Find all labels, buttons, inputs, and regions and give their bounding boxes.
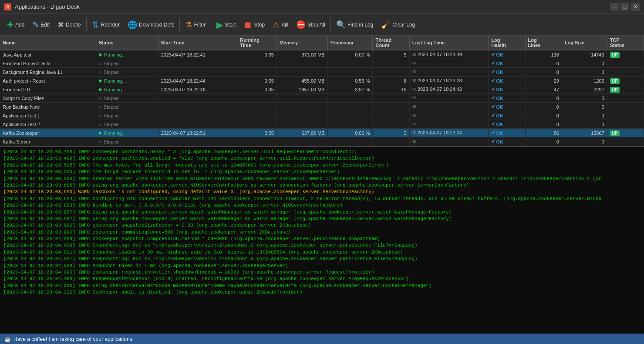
cell-log-size: 0 — [562, 68, 607, 77]
table-row[interactable]: Frontend Project Delta○ Stoped✉✔ OK00 — [0, 59, 644, 68]
log-line: [2023-04-07 18:23:03,987] INFO Using org… — [3, 209, 641, 216]
cell-processor: 3,97 % — [327, 85, 373, 94]
cell-processor: 0,00 % — [327, 50, 373, 59]
cell-last-log-time: ✉ — [409, 120, 489, 129]
start-icon: ▶ — [216, 20, 223, 29]
add-label: Add — [15, 22, 24, 28]
cell-log-lines: 47 — [525, 85, 562, 94]
col-header-processor[interactable]: Processor — [327, 36, 373, 50]
col-header-tcp[interactable]: TCPStatus — [607, 36, 644, 50]
tcp-up-badge: UP — [610, 78, 620, 84]
status-text: Running... — [104, 52, 126, 57]
cell-running-time — [237, 137, 277, 146]
clear-log-button[interactable]: 🧹 Clear Log — [378, 17, 418, 33]
find-icon: 🔍 — [336, 21, 346, 29]
reorder-button[interactable]: ⇅ Reorder — [88, 17, 123, 33]
stop-all-button[interactable]: ⛔ Stop All — [293, 17, 329, 33]
cell-processor — [327, 94, 373, 103]
col-header-name[interactable]: Name — [0, 36, 96, 50]
table-row[interactable]: Frontend 2.0▶ Running...2023-04-07 18:22… — [0, 85, 644, 94]
cell-memory: 973,00 MB — [276, 50, 327, 59]
table-row[interactable]: Kafka Zookeeper▶ Running...2023-04-07 18… — [0, 129, 644, 137]
cell-status: ▶ Running... — [96, 50, 158, 59]
ok-check-icon: ✔ — [491, 87, 495, 92]
status-text: Stoped — [104, 104, 119, 110]
table-row[interactable]: Script to Copy Files○ Stoped✉✔ OK00 — [0, 94, 644, 103]
stopped-indicator: ○ — [99, 122, 102, 127]
table-row[interactable]: Background Engine Java 11○ Stoped✉✔ OK00 — [0, 68, 644, 77]
table-row[interactable]: Java App test▶ Running...2023-04-07 18:2… — [0, 50, 644, 59]
cell-status: ▶ Running... — [96, 85, 158, 94]
cell-memory — [276, 120, 327, 129]
close-button[interactable]: ✕ — [631, 3, 640, 11]
download-defs-button[interactable]: 🌐 Download Defs — [124, 17, 178, 33]
table-row[interactable]: Kafka Server○ Stoped✉✔ OK00 — [0, 137, 644, 146]
stopped-indicator: ○ — [99, 70, 102, 75]
cell-running-time: 0:05 — [237, 85, 277, 94]
separator-2 — [179, 18, 180, 31]
running-indicator: ▶ — [99, 130, 102, 136]
cell-processor: 0,56 % — [327, 77, 373, 85]
col-header-start[interactable]: Start Time — [158, 36, 237, 50]
cell-last-log-time: ✉ 2023-04-07 18:23:28 — [409, 77, 489, 85]
reorder-icon: ⇅ — [92, 20, 99, 29]
filter-label: Filter — [194, 22, 206, 28]
separator-4 — [330, 18, 331, 31]
cell-name: Java App test — [0, 50, 96, 59]
app-icon: A — [4, 3, 11, 10]
col-header-lastlog[interactable]: Last Log Time — [409, 36, 489, 50]
cell-start-time — [158, 111, 237, 120]
application-table-area: Name Status Start Time RunningTime Memor… — [0, 36, 644, 146]
cell-tcp-status: UP — [607, 50, 644, 59]
cell-running-time — [237, 103, 277, 111]
cell-thread-count: 5 — [373, 50, 409, 59]
email-icon: ✉ — [412, 60, 416, 66]
stop-button[interactable]: ⏹ Stop — [240, 17, 268, 33]
filter-icon: ⚗ — [185, 21, 192, 29]
col-header-health[interactable]: LogHealth — [489, 36, 525, 50]
cell-thread-count — [373, 111, 409, 120]
cell-log-size: 0 — [562, 120, 607, 129]
col-header-running[interactable]: RunningTime — [237, 36, 277, 50]
maximize-button[interactable]: □ — [620, 3, 629, 11]
cell-running-time — [237, 111, 277, 120]
start-button[interactable]: ▶ Start — [213, 17, 239, 33]
cell-log-lines: 0 — [525, 103, 562, 111]
filter-button[interactable]: ⚗ Filter — [182, 17, 209, 33]
cell-log-lines: 0 — [525, 94, 562, 103]
delete-button[interactable]: ✖ Delete — [54, 17, 84, 33]
table-row[interactable]: Auth project - React▶ Running...2023-04-… — [0, 77, 644, 85]
log-line: [2023-04-07 18:23:04,021] INFO Snapshot … — [3, 249, 641, 256]
table-row[interactable]: Run Backup Now○ Stoped✉✔ OK00 — [0, 103, 644, 111]
cell-status: ○ Stoped — [96, 111, 158, 120]
cell-log-health: ✔ OK — [489, 111, 525, 120]
col-header-memory[interactable]: Memory — [276, 36, 327, 50]
find-in-log-button[interactable]: 🔍 Find in Log — [333, 17, 377, 33]
col-header-thread[interactable]: ThreadCount — [373, 36, 409, 50]
cell-log-size: 0 — [562, 111, 607, 120]
edit-button[interactable]: ✎ Edit — [29, 17, 53, 33]
cell-memory — [276, 137, 327, 146]
add-button[interactable]: ✚ Add — [3, 17, 28, 33]
cell-status: ○ Stoped — [96, 59, 158, 68]
minimize-button[interactable]: ─ — [610, 3, 619, 11]
log-output[interactable]: [2023-04-07 18:23:03,499] INFO zookeeper… — [0, 146, 644, 334]
cell-log-lines: 0 — [525, 137, 562, 146]
table-row[interactable]: Application Test 2○ Stoped✉✔ OK00 — [0, 120, 644, 129]
kill-icon: ⚠ — [273, 21, 280, 29]
cell-processor — [327, 59, 373, 68]
kill-button[interactable]: ⚠ Kill — [269, 17, 292, 33]
health-text: OK — [496, 139, 503, 144]
col-header-size[interactable]: Log Size — [562, 36, 607, 50]
log-line: [2023-04-07 18:23:03,694] INFO Configuri… — [3, 196, 641, 202]
cell-log-size: 15867 — [562, 129, 607, 137]
log-line: [2023-04-07 18:23:04,189] INFO PrepReque… — [3, 276, 641, 282]
cell-start-time: 2023-04-07 18:22:46 — [158, 85, 237, 94]
cell-status: ▶ Running... — [96, 77, 158, 85]
cell-thread-count — [373, 94, 409, 103]
col-header-lines[interactable]: LogLines — [525, 36, 562, 50]
table-row[interactable]: Application Test 1○ Stoped✉✔ OK00 — [0, 111, 644, 120]
start-label: Start — [225, 22, 236, 28]
stopped-indicator: ○ — [99, 113, 102, 118]
col-header-status[interactable]: Status — [96, 36, 158, 50]
